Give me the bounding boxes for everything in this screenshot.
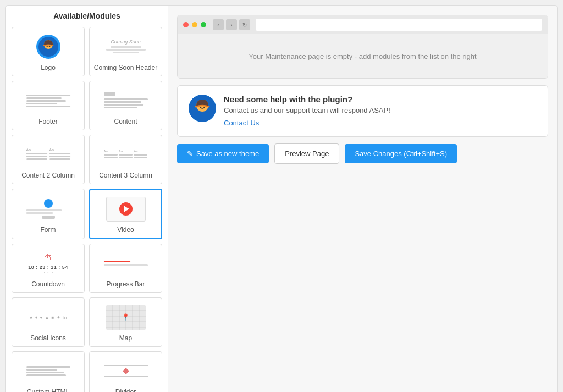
form-preview	[26, 195, 70, 223]
video-preview	[104, 195, 148, 223]
preview-page-button[interactable]: Preview Page	[274, 143, 339, 164]
module-social-icons[interactable]: ★ ♦ ● ▲ ■ ✦ in Social Icons	[12, 297, 85, 347]
panel-title: Available/Modules	[12, 12, 162, 20]
module-coming-soon-label: Coming Soon Header	[94, 64, 157, 71]
contact-us-link[interactable]: Contact Us	[224, 119, 259, 127]
logo-circle	[36, 35, 60, 59]
preview-label: Preview Page	[285, 150, 329, 158]
content-2col-preview: Aa Aa	[26, 141, 70, 168]
save-theme-label: Save as new theme	[196, 150, 259, 158]
modules-panel: Available/Modules	[6, 6, 168, 392]
divider-preview-container	[104, 357, 148, 385]
browser-empty-message: Your Maintenance page is empty - add mod…	[249, 52, 476, 60]
module-footer-label: Footer	[38, 118, 58, 125]
browser-forward-button[interactable]: ›	[226, 19, 237, 30]
footer-preview	[26, 87, 70, 114]
module-map[interactable]: 📍 Map	[89, 297, 162, 347]
coming-soon-preview: Coming Soon	[104, 33, 148, 60]
help-title: Need some help with the plugin?	[224, 95, 390, 104]
browser-dot-green	[201, 22, 206, 27]
save-changes-label: Save Changes (Ctrl+Shift+S)	[355, 150, 447, 158]
app-container: Available/Modules	[5, 5, 558, 392]
save-as-new-theme-button[interactable]: ✎ Save as new theme	[177, 144, 269, 163]
help-text-area: Need some help with the plugin? Contact …	[224, 95, 390, 128]
module-content-2col-label: Content 2 Column	[21, 172, 75, 179]
right-panel: ‹ › ↻ Your Maintenance page is empty - a…	[168, 6, 557, 392]
module-form[interactable]: Form	[12, 189, 85, 239]
content-preview	[104, 87, 148, 114]
modules-grid: Logo Coming Soon Coming Soon Header	[12, 27, 162, 392]
module-content[interactable]: Content	[89, 81, 162, 130]
browser-refresh-button[interactable]: ↻	[239, 19, 250, 30]
module-content-3col-label: Content 3 Column	[99, 172, 152, 179]
save-changes-button[interactable]: Save Changes (Ctrl+Shift+S)	[345, 144, 457, 163]
countdown-preview: ⏱ 10 : 23 : 11 : 54 h m s	[26, 250, 70, 277]
module-logo-label: Logo	[41, 64, 56, 71]
module-custom-html-label: Custom HTML	[27, 388, 69, 392]
module-social-icons-label: Social Icons	[30, 334, 66, 342]
module-content-2-column[interactable]: Aa Aa Content 2 Column	[12, 135, 85, 184]
help-box: Need some help with the plugin? Contact …	[177, 85, 548, 137]
browser-back-button[interactable]: ‹	[213, 19, 224, 30]
module-map-label: Map	[119, 334, 132, 342]
module-content-label: Content	[114, 118, 137, 125]
module-footer[interactable]: Footer	[12, 81, 85, 130]
browser-bar: ‹ › ↻	[178, 15, 548, 34]
social-icons-preview: ★ ♦ ● ▲ ■ ✦ in	[26, 303, 70, 331]
divider-arrow-down-icon	[123, 371, 129, 374]
browser-nav: ‹ › ↻	[213, 19, 250, 30]
content-3col-preview: Aa Aa Aa	[104, 141, 148, 168]
map-preview-container: 📍	[104, 303, 148, 331]
browser-content: Your Maintenance page is empty - add mod…	[178, 34, 548, 78]
module-countdown-label: Countdown	[31, 280, 65, 288]
module-progress-bar-label: Progress Bar	[106, 280, 145, 288]
custom-html-preview	[26, 357, 70, 385]
module-progress-bar[interactable]: Progress Bar	[89, 244, 162, 293]
module-countdown[interactable]: ⏱ 10 : 23 : 11 : 54 h m s Countdown	[12, 244, 85, 293]
map-pin-icon: 📍	[122, 313, 130, 321]
module-custom-html[interactable]: Custom HTML	[12, 351, 85, 392]
browser-mockup: ‹ › ↻ Your Maintenance page is empty - a…	[177, 15, 548, 79]
help-subtitle: Contact us and our support team will res…	[224, 106, 390, 114]
module-coming-soon-header[interactable]: Coming Soon Coming Soon Header	[89, 27, 162, 76]
module-form-label: Form	[41, 226, 56, 234]
module-content-3-column[interactable]: Aa Aa Aa	[89, 135, 162, 184]
browser-url-bar[interactable]	[256, 19, 542, 31]
browser-dot-yellow	[192, 22, 197, 27]
module-video-label: Video	[117, 226, 134, 234]
help-avatar-svg	[189, 95, 216, 122]
actions-row: ✎ Save as new theme Preview Page Save Ch…	[177, 143, 548, 164]
module-video[interactable]: Video	[89, 189, 162, 239]
help-avatar	[189, 95, 216, 122]
logo-preview	[26, 33, 70, 60]
browser-dot-red	[183, 22, 189, 27]
countdown-time: 10 : 23 : 11 : 54	[28, 264, 68, 270]
module-divider[interactable]: Divider	[89, 351, 162, 392]
module-logo[interactable]: Logo	[12, 27, 85, 76]
module-divider-label: Divider	[115, 388, 136, 392]
pencil-icon: ✎	[187, 150, 193, 158]
progress-bar-preview	[104, 250, 148, 277]
play-button-icon	[119, 202, 133, 216]
